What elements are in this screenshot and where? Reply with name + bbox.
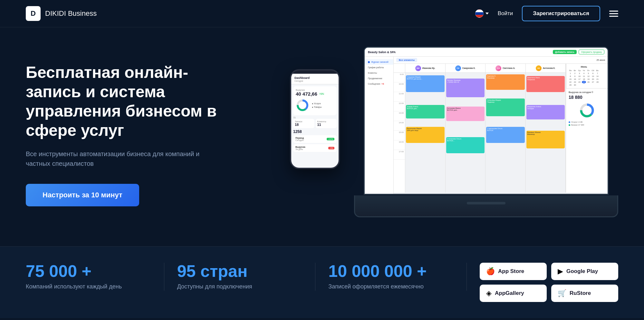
stat-block-companies: 75 000 + Компаний используют каждый день (26, 263, 164, 291)
staff-avatar-4: АК (536, 65, 542, 71)
hamburger-line (609, 16, 618, 17)
time-column: 9:00 10:00 11:00 12:00 13:00 14:00 15:00… (394, 64, 405, 193)
right-panel: Июнь Пн Вт Ср Чт Пт Сб Вс (566, 64, 608, 193)
appointment-block: Зипова Зинаида +7(900) 000-41 (446, 79, 485, 97)
calendar-toolbar: Все элементы 25 июня (394, 57, 608, 64)
sidebar-journal[interactable]: Журнал записей (365, 59, 393, 65)
sell-btn[interactable]: Оформить продажу (579, 50, 604, 54)
appointment-block: Боровых Жанна Маникюр (526, 131, 565, 148)
phone-small-stats: Записи 18 Клиенты 11 (293, 119, 337, 128)
nav-right: Войти Зарегистрироваться (475, 6, 618, 21)
add-appointment-btn[interactable]: Добавить запись (553, 50, 577, 54)
laptop-base (354, 195, 618, 217)
stat-desc: Компаний используют каждый день (26, 283, 151, 291)
logo[interactable]: D DIKIDI Business (26, 6, 97, 21)
cta-button[interactable]: Настроить за 10 минут (26, 184, 139, 206)
phone-donut-chart (296, 99, 309, 112)
staff-col-2: СК Смирнова К. Зипова Зинаида +7(900) 00… (446, 64, 486, 193)
stat-number: 95 стран (177, 263, 303, 279)
appointment-block: Агаева Алиса BOTOX для... (406, 105, 445, 118)
hero-title: Бесплатная онлайн-запись и система управ… (26, 63, 219, 140)
google-play-button[interactable]: ▶ Google Play (551, 263, 618, 280)
phone-notch (307, 71, 323, 74)
appgallery-button[interactable]: ◈ AppGallery (480, 285, 547, 302)
sidebar-messages[interactable]: Сообщения +4 (365, 81, 393, 87)
staff-col-3: СА Светлана А. Карпова К. Маникюр (485, 64, 526, 193)
hamburger-line (609, 13, 618, 14)
laptop-screen: Beauty Salon & SPA Добавить запись Оформ… (364, 47, 609, 195)
apple-icon: 🍎 (486, 267, 495, 276)
app-row-top: 🍎 App Store ▶ Google Play (480, 263, 618, 280)
phone-list-item: Период Сегодня +12% (293, 135, 337, 143)
dashboard-header: Beauty Salon & SPA Добавить запись Оформ… (365, 48, 608, 57)
appointment-block: Сокурова Мария BOTOX для воло... (406, 75, 445, 92)
hero-section: Бесплатная онлайн-запись и система управ… (0, 27, 644, 246)
appointment-block: Фёдорова Алёна Укладка (526, 105, 565, 119)
hero-visual: Dashboard Сегодня Выручка 40 472,66 +1% (219, 53, 618, 227)
appointment-block: Никитина Нина Покраска (526, 76, 565, 92)
phone-mockup: Dashboard Сегодня Выручка 40 472,66 +1% (290, 69, 340, 169)
tab-all[interactable]: Все элементы (396, 58, 417, 62)
hamburger-line (609, 11, 618, 12)
hero-content: Бесплатная онлайн-запись и система управ… (26, 53, 219, 206)
staff-col-1: ИИ Иванова Ир. Сокурова Мария BOTOX для … (405, 64, 446, 193)
hamburger-menu-button[interactable] (609, 11, 618, 17)
staff-avatar-1: ИИ (415, 65, 421, 71)
sidebar-dot-icon (368, 61, 370, 63)
staff-avatar-2: СК (455, 65, 461, 71)
appointment-block: Стрельцова Ольга BOTOX (486, 127, 525, 143)
dashboard-sidebar: Журнал записей График работы Клиенты Про… (365, 57, 394, 194)
dashboard-main: Все элементы 25 июня 9:00 10:00 (394, 57, 608, 194)
appointment-block: Карпова К. Маникюр (486, 74, 525, 90)
sidebar-clients[interactable]: Клиенты (365, 70, 393, 76)
dashboard-body: Журнал записей График работы Клиенты Про… (365, 57, 608, 194)
today-revenue-panel: Выручка за сегодня © 18 880 (566, 88, 608, 129)
stat-block-countries: 95 стран Доступны для подключения (177, 263, 316, 291)
appgallery-icon: ◈ (486, 289, 492, 297)
language-selector[interactable] (475, 9, 489, 18)
laptop-mockup: Beauty Salon & SPA Добавить запись Оформ… (354, 47, 618, 217)
appointment-block: Антонова Ирина BOTOX для... (446, 107, 485, 121)
staff-col-4: АК Антонова К. Никитина Нина Покраска (526, 64, 566, 193)
stat-desc: Записей оформляется ежемесячно (328, 283, 454, 291)
appointment-block: Васильева Мария SPA для лица (406, 127, 445, 143)
register-button[interactable]: Зарегистрироваться (522, 6, 600, 21)
rustore-button[interactable]: 🛒 RuStore (551, 285, 618, 302)
phone-screen: Dashboard Сегодня Выручка 40 472,66 +1% (291, 74, 339, 169)
dashboard-content: Beauty Salon & SPA Добавить запись Оформ… (365, 48, 608, 194)
chevron-down-icon (485, 13, 489, 14)
mini-calendar: Июнь Пн Вт Ср Чт Пт Сб Вс (566, 64, 601, 88)
stat-desc: Доступны для подключения (177, 283, 303, 291)
login-button[interactable]: Войти (498, 10, 513, 17)
phone-list-item-2: Выручка За день -3% (293, 144, 337, 152)
logo-icon: D (26, 6, 41, 21)
stat-number: 75 000 + (26, 263, 151, 279)
stat-block-bookings: 10 000 000 + Записей оформляется ежемеся… (328, 263, 467, 291)
appointment-block: Лобачёва Мария Педикюр (486, 99, 525, 116)
phone-revenue-card: Выручка 40 472,66 +1% ● Услуги (293, 86, 337, 115)
stats-section: 75 000 + Компаний используют каждый день… (0, 246, 644, 318)
google-play-icon: ▶ (558, 267, 563, 276)
russia-flag-icon (475, 9, 484, 18)
app-buttons-column: 🍎 App Store ▶ Google Play ◈ AppGallery 🛒… (480, 263, 618, 302)
logo-text: DIKIDI Business (45, 9, 97, 18)
rustore-icon: 🛒 (558, 289, 566, 297)
sidebar-schedule[interactable]: График работы (365, 65, 393, 70)
staff-columns: ИИ Иванова Ир. Сокурова Мария BOTOX для … (405, 64, 566, 193)
app-row-bottom: ◈ AppGallery 🛒 RuStore (480, 285, 618, 302)
appointment-block: Степанова Ольга BOTOX... (446, 137, 485, 153)
app-store-button[interactable]: 🍎 App Store (480, 263, 547, 280)
stat-number: 10 000 000 + (328, 263, 454, 279)
phone-header: Dashboard Сегодня (291, 74, 339, 84)
dashboard-controls: Добавить запись Оформить продажу (553, 50, 604, 54)
sidebar-promo[interactable]: Продвижение (365, 76, 393, 81)
staff-avatar-3: СА (495, 65, 501, 71)
revenue-donut-chart (579, 102, 595, 118)
date-navigation: 25 июня (596, 59, 605, 61)
hero-subtitle: Все инструменты автоматизации бизнеса дл… (26, 149, 219, 168)
